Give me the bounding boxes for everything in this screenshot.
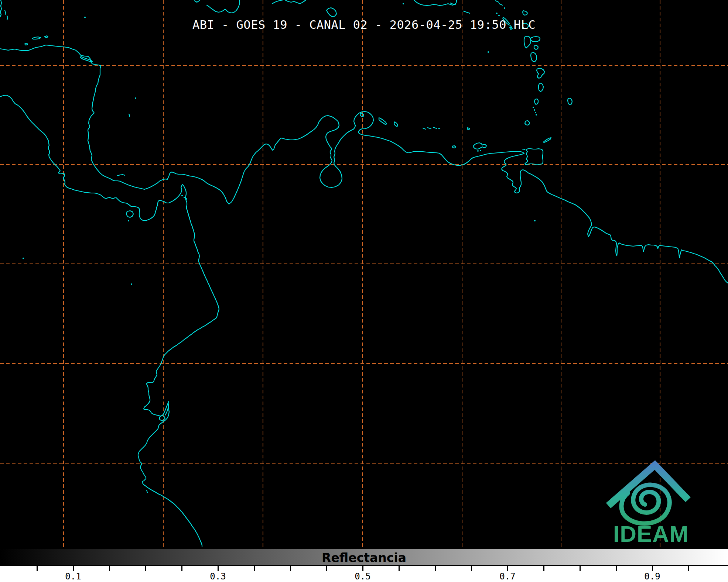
colorbar-tick: [290, 566, 291, 571]
colorbar-tick: [471, 566, 472, 571]
ideam-logo-text: IDEAM: [613, 521, 689, 547]
colorbar-tick: [688, 566, 689, 571]
islet-dot: [496, 13, 498, 14]
colorbar-tick-label: 0.1: [65, 571, 81, 582]
satellite-map: IDEAM ABI - GOES 19 - CANAL 02 - 2026-04…: [0, 0, 728, 548]
colorbar-tick: [37, 566, 38, 571]
colorbar-tick: [145, 566, 146, 571]
colorbar-tick: [543, 566, 544, 571]
islet-dot: [186, 198, 187, 200]
islet-dot: [480, 150, 481, 151]
islet-dot: [23, 258, 24, 259]
colorbar-tick: [73, 566, 74, 571]
islet-dot: [184, 197, 185, 198]
islet-dot: [181, 195, 183, 196]
colorbar-tick: [362, 566, 363, 571]
islet-dot: [135, 97, 136, 99]
image-title: ABI - GOES 19 - CANAL 02 - 2026-04-25 19…: [0, 18, 728, 32]
colorbar-tick-label: 0.7: [499, 571, 515, 582]
colorbar-tick: [218, 566, 219, 571]
islet-dot: [534, 109, 535, 111]
map-canvas: IDEAM: [0, 0, 728, 548]
colorbar-tick-label: 0.9: [644, 571, 660, 582]
islet-dot: [533, 107, 534, 108]
islet-dot: [128, 220, 129, 221]
islet-dot: [477, 150, 479, 152]
colorbar-tick: [181, 566, 182, 571]
colorbar-tick: [254, 566, 255, 571]
trinidad-nw-islets: [522, 149, 525, 149]
colorbar-tick: [580, 566, 581, 571]
colorbar: Reflectancia 0.10.30.50.70.9: [0, 548, 728, 582]
satellite-image-viewer: IDEAM ABI - GOES 19 - CANAL 02 - 2026-04…: [0, 0, 728, 582]
islet-dot: [504, 7, 505, 9]
colorbar-tick-label: 0.3: [210, 571, 226, 582]
colorbar-tick: [326, 566, 327, 571]
islet-dot: [535, 112, 536, 113]
map-background: [0, 0, 728, 548]
islet-dot: [534, 220, 536, 221]
colorbar-tick: [652, 566, 653, 571]
islet-dot: [131, 283, 132, 285]
colorbar-tick: [109, 566, 110, 571]
colorbar-label: Reflectancia: [0, 551, 728, 565]
islet-dot: [536, 114, 537, 116]
colorbar-tick: [399, 566, 400, 571]
colorbar-tick: [616, 566, 617, 571]
islet-dot: [488, 51, 489, 53]
colorbar-tick: [507, 566, 508, 571]
colorbar-tick: [435, 566, 436, 571]
colorbar-tick-label: 0.5: [355, 571, 370, 582]
islet-dot: [498, 15, 500, 16]
islet-dot: [403, 3, 404, 4]
